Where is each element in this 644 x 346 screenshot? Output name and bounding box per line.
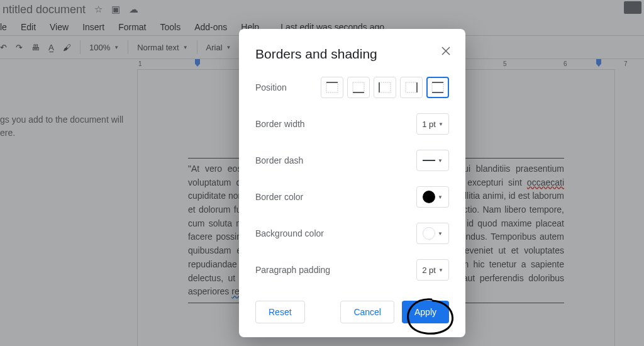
position-left-button[interactable] [374,77,396,98]
position-group [321,77,449,98]
apply-button[interactable]: Apply [402,301,449,323]
reset-label: Reset [269,307,292,317]
position-between-button[interactable] [426,77,449,98]
width-value: 1 pt [422,120,436,129]
border-left-icon [379,82,391,93]
svg-rect-10 [432,82,443,92]
padding-label: Paragraph padding [255,265,330,275]
close-button[interactable] [439,44,453,60]
chevron-down-icon: ▼ [438,267,443,273]
position-right-button[interactable] [400,77,423,98]
color-swatch-icon [423,227,435,240]
border-width-dropdown[interactable]: 1 pt▼ [416,113,449,135]
solid-line-icon [423,159,435,162]
svg-rect-2 [326,82,338,92]
cancel-label: Cancel [353,307,381,317]
padding-value: 2 pt [422,265,436,275]
dialog-title: Borders and shading [255,47,449,62]
reset-button[interactable]: Reset [255,301,305,323]
chevron-down-icon: ▼ [438,158,443,164]
position-bottom-button[interactable] [347,77,370,98]
border-between-icon [431,82,444,93]
bg-label: Background color [255,228,324,238]
paragraph-padding-dropdown[interactable]: 2 pt▼ [416,259,449,281]
cancel-button[interactable]: Cancel [340,301,394,323]
border-color-dropdown[interactable]: ▼ [416,186,449,208]
chevron-down-icon: ▼ [438,194,443,200]
background-color-dropdown[interactable]: ▼ [416,223,449,244]
dash-label: Border dash [255,155,303,165]
borders-shading-dialog: Borders and shading Position Border widt… [239,29,465,337]
color-swatch-icon [423,191,435,203]
width-label: Border width [255,119,305,129]
border-right-icon [405,82,418,93]
close-icon [441,47,450,55]
apply-label: Apply [414,307,436,317]
svg-rect-6 [379,82,391,92]
chevron-down-icon: ▼ [438,121,443,127]
border-bottom-icon [352,82,365,93]
position-top-button[interactable] [321,77,343,98]
chevron-down-icon: ▼ [438,231,443,237]
position-label: Position [255,82,287,92]
color-label: Border color [255,192,303,202]
svg-rect-4 [353,82,364,92]
border-dash-dropdown[interactable]: ▼ [416,150,449,171]
border-top-icon [326,82,338,93]
svg-rect-8 [406,82,417,92]
